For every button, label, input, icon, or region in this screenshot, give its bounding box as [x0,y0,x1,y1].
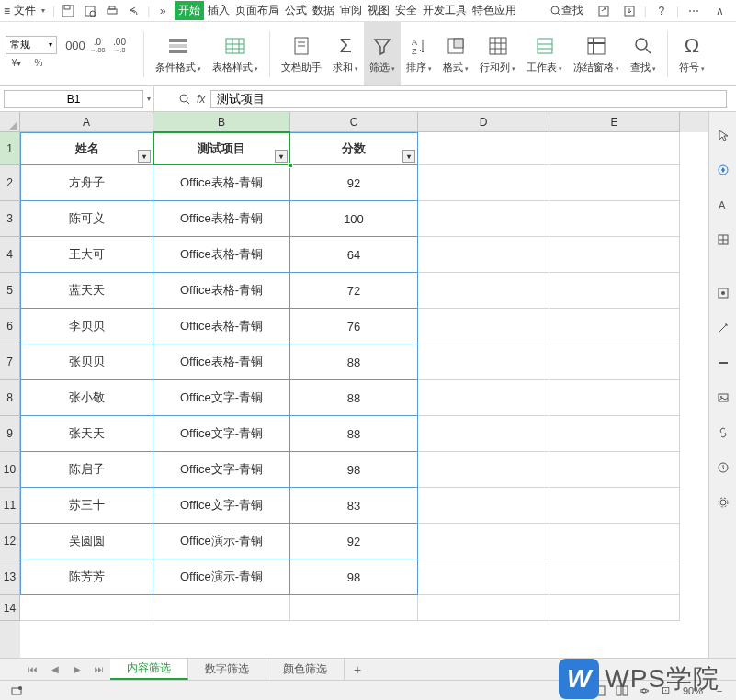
cell[interactable] [418,488,549,524]
cell[interactable]: 76 [290,309,418,344]
cell[interactable]: 陈芳芳 [20,559,153,595]
cell[interactable]: Office表格-青铜 [153,237,290,273]
cell[interactable]: 88 [290,344,418,380]
cell[interactable]: Office表格-青铜 [153,344,290,380]
cell[interactable] [549,237,680,273]
cell[interactable] [153,595,290,621]
row-header-6[interactable]: 6 [0,309,20,344]
cell[interactable]: 72 [290,273,418,309]
cell[interactable] [418,344,549,380]
edit-panel-icon[interactable] [713,318,733,338]
cell[interactable]: Office表格-青铜 [153,273,290,309]
percent-icon[interactable]: % [28,54,50,73]
cell[interactable]: 吴圆圆 [20,524,153,559]
conditional-format-button[interactable]: 条件格式▾ [150,22,207,85]
cell[interactable]: 98 [290,559,418,595]
cursor-icon[interactable] [713,125,733,145]
number-format-select[interactable]: 常规▾ [6,36,57,54]
tab-view[interactable]: 视图 [366,3,391,18]
format-button[interactable]: 格式▾ [437,22,474,85]
cell[interactable]: 李贝贝 [20,309,153,344]
image-panel-icon[interactable] [713,388,733,408]
cell[interactable]: Office文字-青铜 [153,380,290,416]
sum-button[interactable]: Σ 求和▾ [327,22,364,85]
print-preview-icon[interactable] [82,3,98,19]
row-header-5[interactable]: 5 [0,273,20,309]
cell[interactable] [418,237,549,273]
cell[interactable]: 测试项目▾ [153,132,290,165]
sheet-tab-0[interactable]: 内容筛选 [110,659,188,680]
row-header-11[interactable]: 11 [0,488,20,524]
col-header-C[interactable]: C [290,112,418,132]
cell[interactable] [549,132,680,165]
worksheet-button[interactable]: 工作表▾ [521,22,568,85]
row-header-14[interactable]: 14 [0,595,20,621]
more-icon[interactable]: » [154,3,171,19]
cell[interactable]: 88 [290,416,418,452]
filter-dropdown-icon[interactable]: ▾ [275,150,288,163]
cell[interactable] [549,595,680,621]
minimize-panel-icon[interactable] [713,353,733,373]
comma-style-icon[interactable]: 000 [64,37,86,55]
cell[interactable] [418,416,549,452]
cell[interactable]: 92 [290,165,418,201]
name-box[interactable] [4,90,143,108]
find-button[interactable]: 查找▾ [625,22,662,85]
col-header-D[interactable]: D [418,112,549,132]
row-header-7[interactable]: 7 [0,344,20,380]
cell[interactable] [418,201,549,237]
cell[interactable] [20,595,153,621]
cell[interactable]: Office表格-青铜 [153,165,290,201]
file-dropdown-arrow[interactable]: ▾ [41,6,45,15]
cell[interactable]: 方舟子 [20,165,153,201]
tab-insert[interactable]: 插入 [206,3,232,18]
cell[interactable]: 陈可义 [20,201,153,237]
cell[interactable] [549,488,680,524]
cell[interactable] [549,559,680,595]
cell[interactable] [418,380,549,416]
row-header-3[interactable]: 3 [0,201,20,237]
cell[interactable]: Office演示-青铜 [153,524,290,559]
row-header-9[interactable]: 9 [0,416,20,452]
cell[interactable]: Office表格-青铜 [153,309,290,344]
tab-layout[interactable]: 页面布局 [233,3,281,18]
ellipsis-icon[interactable]: ⋯ [685,3,703,19]
col-header-B[interactable]: B [153,112,290,132]
cell[interactable]: 蓝天天 [20,273,153,309]
cell[interactable]: Office演示-青铜 [153,559,290,595]
cell[interactable]: 张天天 [20,416,153,452]
row-header-12[interactable]: 12 [0,524,20,559]
fx-icon[interactable]: fx [197,93,205,106]
cell[interactable]: 83 [290,488,418,524]
search-button[interactable]: 查找 [550,3,583,18]
cell[interactable]: 98 [290,452,418,488]
link-panel-icon[interactable] [713,423,733,443]
cell[interactable]: 苏三十 [20,488,153,524]
freeze-button[interactable]: 冻结窗格▾ [568,22,625,85]
formula-input[interactable] [210,90,727,108]
decrease-decimal-icon[interactable]: .00→.0 [108,37,130,55]
col-header-E[interactable]: E [549,112,680,132]
tab-formula[interactable]: 公式 [283,3,309,18]
share-icon[interactable] [594,3,613,19]
cell[interactable]: Office文字-青铜 [153,416,290,452]
undo-icon[interactable] [126,3,142,19]
cell[interactable] [418,309,549,344]
sheet-nav-first[interactable]: ⏮ [22,659,44,680]
print-icon[interactable] [104,3,120,19]
sheet-nav-last[interactable]: ⏭ [88,659,110,680]
add-sheet-button[interactable]: + [345,662,370,677]
sheet-tab-1[interactable]: 数字筛选 [188,659,266,680]
cell[interactable] [549,380,680,416]
select-tool-icon[interactable] [713,160,733,180]
cell[interactable]: 88 [290,380,418,416]
collapse-icon[interactable]: ∧ [710,3,729,19]
cell[interactable]: 92 [290,524,418,559]
cell[interactable] [418,524,549,559]
cell[interactable] [549,524,680,559]
cell[interactable]: 陈启子 [20,452,153,488]
row-header-8[interactable]: 8 [0,380,20,416]
tab-special[interactable]: 特色应用 [470,3,518,18]
tab-security[interactable]: 安全 [393,3,419,18]
cell[interactable]: 姓名▾ [20,132,153,165]
